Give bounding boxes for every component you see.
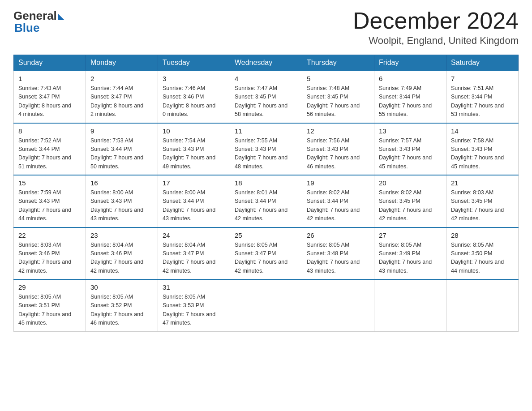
day-number: 16 <box>90 179 153 187</box>
month-title: December 2024 <box>353 9 519 32</box>
day-info: Sunrise: 7:54 AMSunset: 3:43 PMDaylight:… <box>163 137 225 171</box>
day-info: Sunrise: 8:05 AMSunset: 3:49 PMDaylight:… <box>379 241 442 276</box>
calendar-cell: 22Sunrise: 8:03 AMSunset: 3:46 PMDayligh… <box>14 227 86 280</box>
calendar-cell: 24Sunrise: 8:04 AMSunset: 3:47 PMDayligh… <box>158 227 230 280</box>
calendar-cell: 26Sunrise: 8:05 AMSunset: 3:48 PMDayligh… <box>302 227 374 280</box>
day-info: Sunrise: 8:05 AMSunset: 3:47 PMDaylight:… <box>235 241 297 276</box>
day-number: 24 <box>163 231 225 239</box>
day-info: Sunrise: 8:01 AMSunset: 3:44 PMDaylight:… <box>235 188 297 223</box>
col-monday: Monday <box>86 55 158 71</box>
title-block: December 2024 Woolpit, England, United K… <box>353 9 519 47</box>
calendar-table: Sunday Monday Tuesday Wednesday Thursday… <box>13 55 519 332</box>
day-info: Sunrise: 7:47 AMSunset: 3:45 PMDaylight:… <box>235 84 297 119</box>
day-number: 6 <box>379 75 442 82</box>
day-number: 12 <box>307 127 369 135</box>
day-info: Sunrise: 8:02 AMSunset: 3:44 PMDaylight:… <box>307 188 369 223</box>
calendar-cell: 25Sunrise: 8:05 AMSunset: 3:47 PMDayligh… <box>230 227 302 280</box>
calendar-cell: 7Sunrise: 7:51 AMSunset: 3:44 PMDaylight… <box>446 71 519 123</box>
calendar-cell: 13Sunrise: 7:57 AMSunset: 3:43 PMDayligh… <box>374 123 446 176</box>
day-info: Sunrise: 8:05 AMSunset: 3:48 PMDaylight:… <box>307 241 369 276</box>
day-info: Sunrise: 7:57 AMSunset: 3:43 PMDaylight:… <box>379 137 442 171</box>
calendar-cell <box>302 279 374 331</box>
day-number: 22 <box>18 231 81 239</box>
day-number: 8 <box>18 127 81 135</box>
day-number: 4 <box>235 75 297 82</box>
calendar-cell <box>374 279 446 331</box>
day-info: Sunrise: 8:05 AMSunset: 3:50 PMDaylight:… <box>451 241 514 276</box>
calendar-cell: 16Sunrise: 8:00 AMSunset: 3:43 PMDayligh… <box>86 175 158 227</box>
day-info: Sunrise: 8:00 AMSunset: 3:43 PMDaylight:… <box>90 188 153 223</box>
day-number: 2 <box>90 75 153 82</box>
calendar-cell: 5Sunrise: 7:48 AMSunset: 3:45 PMDaylight… <box>302 71 374 123</box>
calendar-cell: 11Sunrise: 7:55 AMSunset: 3:43 PMDayligh… <box>230 123 302 176</box>
day-info: Sunrise: 7:51 AMSunset: 3:44 PMDaylight:… <box>451 84 514 119</box>
calendar-cell: 15Sunrise: 7:59 AMSunset: 3:43 PMDayligh… <box>14 175 86 227</box>
calendar-header: Sunday Monday Tuesday Wednesday Thursday… <box>14 55 519 71</box>
calendar-cell: 10Sunrise: 7:54 AMSunset: 3:43 PMDayligh… <box>158 123 230 176</box>
calendar-cell: 31Sunrise: 8:05 AMSunset: 3:53 PMDayligh… <box>158 279 230 331</box>
calendar-week-row: 8Sunrise: 7:52 AMSunset: 3:44 PMDaylight… <box>14 123 519 176</box>
day-info: Sunrise: 8:04 AMSunset: 3:47 PMDaylight:… <box>163 241 225 276</box>
calendar-cell: 8Sunrise: 7:52 AMSunset: 3:44 PMDaylight… <box>14 123 86 176</box>
calendar-week-row: 15Sunrise: 7:59 AMSunset: 3:43 PMDayligh… <box>14 175 519 227</box>
calendar-cell: 1Sunrise: 7:43 AMSunset: 3:47 PMDaylight… <box>14 71 86 123</box>
day-number: 5 <box>307 75 369 82</box>
day-number: 17 <box>163 179 225 187</box>
col-friday: Friday <box>374 55 446 71</box>
day-info: Sunrise: 8:00 AMSunset: 3:44 PMDaylight:… <box>163 188 225 223</box>
day-info: Sunrise: 7:58 AMSunset: 3:43 PMDaylight:… <box>451 137 514 171</box>
calendar-week-row: 29Sunrise: 8:05 AMSunset: 3:51 PMDayligh… <box>14 279 519 331</box>
calendar-cell: 20Sunrise: 8:02 AMSunset: 3:45 PMDayligh… <box>374 175 446 227</box>
calendar-cell: 29Sunrise: 8:05 AMSunset: 3:51 PMDayligh… <box>14 279 86 331</box>
col-sunday: Sunday <box>14 55 86 71</box>
day-number: 30 <box>90 283 153 291</box>
day-info: Sunrise: 7:59 AMSunset: 3:43 PMDaylight:… <box>18 188 81 223</box>
day-number: 10 <box>163 127 225 135</box>
logo-arrow-icon <box>58 14 64 20</box>
day-info: Sunrise: 7:56 AMSunset: 3:43 PMDaylight:… <box>307 137 369 171</box>
col-thursday: Thursday <box>302 55 374 71</box>
day-number: 21 <box>451 179 514 187</box>
day-info: Sunrise: 8:02 AMSunset: 3:45 PMDaylight:… <box>379 188 442 223</box>
calendar-cell: 12Sunrise: 7:56 AMSunset: 3:43 PMDayligh… <box>302 123 374 176</box>
calendar-cell: 27Sunrise: 8:05 AMSunset: 3:49 PMDayligh… <box>374 227 446 280</box>
calendar-cell <box>230 279 302 331</box>
calendar-cell: 18Sunrise: 8:01 AMSunset: 3:44 PMDayligh… <box>230 175 302 227</box>
location-title: Woolpit, England, United Kingdom <box>353 35 519 47</box>
calendar-cell: 4Sunrise: 7:47 AMSunset: 3:45 PMDaylight… <box>230 71 302 123</box>
calendar-cell: 14Sunrise: 7:58 AMSunset: 3:43 PMDayligh… <box>446 123 519 176</box>
day-number: 3 <box>163 75 225 82</box>
calendar-cell: 6Sunrise: 7:49 AMSunset: 3:44 PMDaylight… <box>374 71 446 123</box>
day-info: Sunrise: 8:05 AMSunset: 3:51 PMDaylight:… <box>18 293 81 328</box>
calendar-cell: 9Sunrise: 7:53 AMSunset: 3:44 PMDaylight… <box>86 123 158 176</box>
logo: General Blue <box>13 9 64 35</box>
logo-blue-text: Blue <box>14 21 39 35</box>
calendar-cell: 23Sunrise: 8:04 AMSunset: 3:46 PMDayligh… <box>86 227 158 280</box>
day-number: 9 <box>90 127 153 135</box>
day-info: Sunrise: 8:05 AMSunset: 3:53 PMDaylight:… <box>163 293 225 328</box>
day-number: 28 <box>451 231 514 239</box>
day-number: 31 <box>163 283 225 291</box>
day-info: Sunrise: 8:04 AMSunset: 3:46 PMDaylight:… <box>90 241 153 276</box>
day-number: 14 <box>451 127 514 135</box>
calendar-week-row: 1Sunrise: 7:43 AMSunset: 3:47 PMDaylight… <box>14 71 519 123</box>
calendar-cell: 17Sunrise: 8:00 AMSunset: 3:44 PMDayligh… <box>158 175 230 227</box>
day-info: Sunrise: 8:03 AMSunset: 3:46 PMDaylight:… <box>18 241 81 276</box>
col-wednesday: Wednesday <box>230 55 302 71</box>
page-header: General Blue December 2024 Woolpit, Engl… <box>13 9 519 47</box>
day-info: Sunrise: 7:55 AMSunset: 3:43 PMDaylight:… <box>235 137 297 171</box>
calendar-cell: 30Sunrise: 8:05 AMSunset: 3:52 PMDayligh… <box>86 279 158 331</box>
day-info: Sunrise: 8:05 AMSunset: 3:52 PMDaylight:… <box>90 293 153 328</box>
calendar-cell: 19Sunrise: 8:02 AMSunset: 3:44 PMDayligh… <box>302 175 374 227</box>
day-number: 7 <box>451 75 514 82</box>
day-number: 15 <box>18 179 81 187</box>
day-number: 29 <box>18 283 81 291</box>
day-info: Sunrise: 8:03 AMSunset: 3:45 PMDaylight:… <box>451 188 514 223</box>
day-number: 13 <box>379 127 442 135</box>
calendar-cell: 21Sunrise: 8:03 AMSunset: 3:45 PMDayligh… <box>446 175 519 227</box>
day-info: Sunrise: 7:43 AMSunset: 3:47 PMDaylight:… <box>18 84 81 119</box>
day-number: 11 <box>235 127 297 135</box>
day-info: Sunrise: 7:44 AMSunset: 3:47 PMDaylight:… <box>90 84 153 119</box>
calendar-cell: 28Sunrise: 8:05 AMSunset: 3:50 PMDayligh… <box>446 227 519 280</box>
day-number: 26 <box>307 231 369 239</box>
